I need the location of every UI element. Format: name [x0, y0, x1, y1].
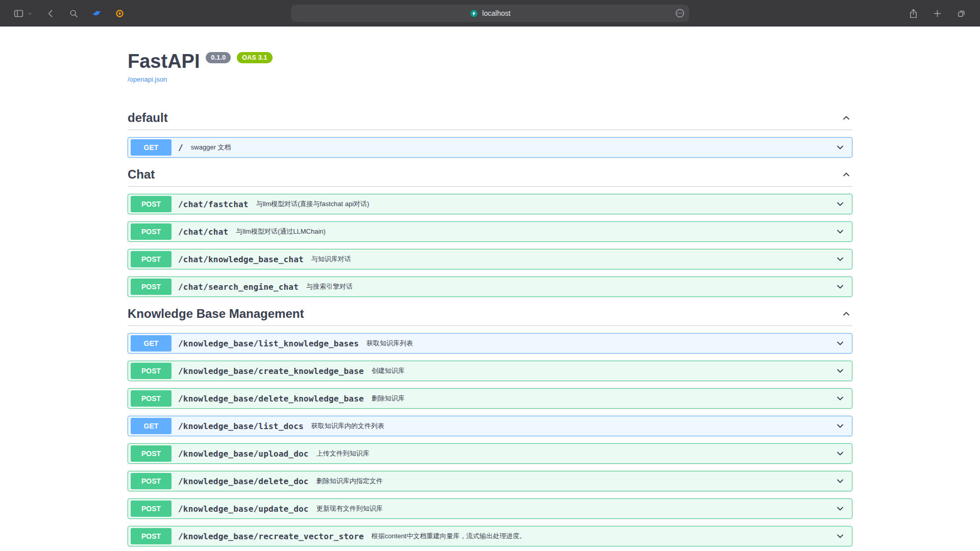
method-badge: POST	[131, 445, 172, 462]
operation-path: /knowledge_base/delete_knowledge_base	[178, 394, 364, 404]
address-bar[interactable]: localhost	[291, 5, 689, 22]
section-title: default	[128, 110, 168, 126]
sections: default GET / swagger 文档 Chat POST /chat…	[128, 110, 852, 546]
method-badge: POST	[131, 500, 172, 517]
title-row: FastAPI 0.1.0 OAS 3.1	[128, 50, 852, 72]
method-badge: POST	[131, 196, 172, 212]
operation-description: 获取知识库列表	[366, 339, 413, 348]
section-collapse-icon[interactable]	[841, 309, 851, 319]
section-header[interactable]: Chat	[128, 167, 852, 187]
extension-icon-blue[interactable]	[91, 8, 102, 19]
operation-description: 与搜索引擎对话	[306, 282, 353, 291]
expand-chevron-icon[interactable]	[835, 421, 845, 431]
expand-chevron-icon[interactable]	[835, 142, 845, 153]
operation-row[interactable]: POST /knowledge_base/recreate_vector_sto…	[128, 526, 852, 546]
toolbar-right-group	[908, 0, 967, 27]
operation-row[interactable]: GET /knowledge_base/list_docs 获取知识库内的文件列…	[128, 416, 852, 436]
method-badge: POST	[131, 279, 172, 295]
operation-row[interactable]: POST /knowledge_base/update_doc 更新现有文件到知…	[128, 498, 852, 519]
operation-description: 创建知识库	[372, 366, 405, 375]
section-body: GET /knowledge_base/list_knowledge_bases…	[128, 326, 852, 546]
method-badge: GET	[131, 418, 172, 434]
expand-chevron-icon[interactable]	[835, 254, 845, 264]
expand-chevron-icon[interactable]	[835, 448, 845, 459]
method-badge: GET	[131, 139, 172, 156]
version-badge: 0.1.0	[206, 52, 231, 63]
operation-description: 根据content中文档重建向量库，流式输出处理进度。	[372, 532, 526, 541]
openapi-spec-link[interactable]: /openapi.json	[128, 76, 167, 84]
section-header[interactable]: default	[128, 110, 852, 130]
method-badge: POST	[131, 473, 172, 489]
operation-path: /knowledge_base/list_knowledge_bases	[178, 339, 359, 348]
method-badge: POST	[131, 528, 172, 544]
share-icon[interactable]	[908, 8, 919, 19]
operation-description: 获取知识库内的文件列表	[311, 421, 384, 431]
sidebar-toggle-icon[interactable]	[13, 8, 24, 19]
operation-row[interactable]: POST /chat/chat 与llm模型对话(通过LLMChain)	[128, 221, 852, 242]
operation-row[interactable]: POST /knowledge_base/create_knowledge_ba…	[128, 361, 852, 381]
expand-chevron-icon[interactable]	[835, 282, 845, 292]
back-icon[interactable]	[45, 8, 56, 19]
operation-description: 上传文件到知识库	[316, 449, 370, 458]
operation-row[interactable]: POST /knowledge_base/upload_doc 上传文件到知识库	[128, 443, 852, 464]
expand-chevron-icon[interactable]	[835, 366, 845, 376]
operation-description: 更新现有文件到知识库	[316, 504, 383, 513]
operation-description: 与llm模型对话(通过LLMChain)	[236, 227, 326, 236]
tab-overview-icon[interactable]	[956, 8, 967, 19]
operation-row[interactable]: POST /knowledge_base/delete_doc 删除知识库内指定…	[128, 471, 852, 491]
expand-chevron-icon[interactable]	[835, 504, 845, 514]
operation-description: 与llm模型对话(直接与fastchat api对话)	[256, 199, 370, 209]
api-section: Chat POST /chat/fastchat 与llm模型对话(直接与fas…	[128, 167, 852, 297]
sidebar-chevron-down-icon[interactable]	[27, 10, 33, 17]
operation-path: /chat/search_engine_chat	[178, 282, 299, 292]
page-title: FastAPI	[128, 50, 200, 72]
operation-path: /	[178, 143, 183, 153]
operation-row[interactable]: POST /knowledge_base/delete_knowledge_ba…	[128, 388, 852, 409]
operation-path: /knowledge_base/update_doc	[178, 504, 309, 514]
method-badge: GET	[131, 335, 172, 352]
section-collapse-icon[interactable]	[841, 169, 851, 180]
operation-path: /knowledge_base/upload_doc	[178, 449, 309, 459]
operation-row[interactable]: GET /knowledge_base/list_knowledge_bases…	[128, 333, 852, 354]
operation-path: /knowledge_base/create_knowledge_base	[178, 366, 364, 376]
toolbar-left-group	[13, 0, 125, 27]
section-collapse-icon[interactable]	[841, 113, 851, 123]
expand-chevron-icon[interactable]	[835, 338, 845, 348]
method-badge: POST	[131, 223, 172, 240]
section-title: Knowledge Base Management	[128, 306, 304, 321]
operation-path: /chat/fastchat	[178, 199, 249, 209]
extensions-ellipsis-icon[interactable]	[675, 8, 685, 18]
operation-description: swagger 文档	[191, 143, 231, 152]
api-section: default GET / swagger 文档	[128, 110, 852, 158]
operation-path: /chat/chat	[178, 227, 228, 237]
method-badge: POST	[131, 251, 172, 267]
expand-chevron-icon[interactable]	[835, 531, 845, 541]
operation-path: /knowledge_base/recreate_vector_store	[178, 532, 364, 541]
section-body: POST /chat/fastchat 与llm模型对话(直接与fastchat…	[128, 187, 852, 297]
expand-chevron-icon[interactable]	[835, 199, 845, 209]
operation-row[interactable]: GET / swagger 文档	[128, 137, 852, 158]
expand-chevron-icon[interactable]	[835, 227, 845, 237]
operation-row[interactable]: POST /chat/fastchat 与llm模型对话(直接与fastchat…	[128, 194, 852, 214]
record-ring-icon[interactable]	[114, 8, 125, 19]
expand-chevron-icon[interactable]	[835, 476, 845, 486]
method-badge: POST	[131, 390, 172, 407]
sidebar-toggle-group	[13, 8, 33, 19]
section-header[interactable]: Knowledge Base Management	[128, 306, 852, 326]
expand-chevron-icon[interactable]	[835, 393, 845, 404]
method-badge: POST	[131, 363, 172, 379]
api-info: FastAPI 0.1.0 OAS 3.1 /openapi.json	[128, 27, 852, 84]
section-title: Chat	[128, 167, 155, 182]
api-section: Knowledge Base Management GET /knowledge…	[128, 306, 852, 546]
oas-badge: OAS 3.1	[237, 52, 272, 63]
operation-path: /knowledge_base/list_docs	[178, 421, 304, 431]
search-icon[interactable]	[68, 8, 79, 19]
new-tab-icon[interactable]	[932, 8, 943, 19]
site-favicon	[470, 9, 478, 18]
operation-row[interactable]: POST /chat/knowledge_base_chat 与知识库对话	[128, 249, 852, 269]
operation-path: /knowledge_base/delete_doc	[178, 477, 309, 486]
operation-row[interactable]: POST /chat/search_engine_chat 与搜索引擎对话	[128, 277, 852, 297]
content-wrapper: FastAPI 0.1.0 OAS 3.1 /openapi.json defa…	[117, 27, 863, 546]
browser-toolbar: localhost	[0, 0, 980, 27]
operation-path: /chat/knowledge_base_chat	[178, 255, 304, 264]
